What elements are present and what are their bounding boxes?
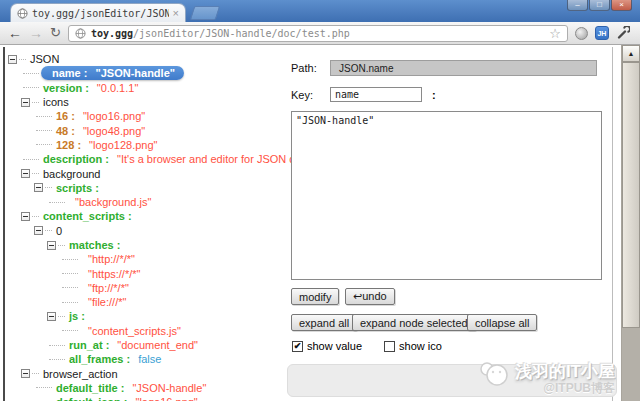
tree-node[interactable]: description :"It's a browser and editor …	[8, 152, 308, 166]
collapse-expander-icon[interactable]	[34, 183, 43, 192]
show-value-label: show value	[307, 340, 362, 352]
new-tab-button[interactable]	[190, 6, 221, 20]
tree-node[interactable]: scripts :	[8, 181, 308, 195]
back-icon[interactable]: ←	[8, 26, 22, 40]
scrollbar-thumb[interactable]	[622, 62, 640, 328]
tree-connector	[62, 259, 78, 260]
tree-connector	[62, 302, 78, 303]
tree-node[interactable]: default_icon :"logo16.png"	[8, 395, 308, 401]
tree-node[interactable]: run_at :"document_end"	[8, 338, 308, 352]
value-textarea[interactable]: "JSON-handle"	[291, 111, 602, 280]
collapse-expander-icon[interactable]	[21, 169, 30, 178]
browser-toolbar: ← → ↻ toy.ggg/jsonEditor/JSON-handle/doc…	[0, 22, 640, 45]
json-tree: JSONname :"JSON-handle"version :"0.0.1.1…	[8, 52, 308, 401]
collapse-expander-icon[interactable]	[34, 226, 43, 235]
bookmark-star-icon[interactable]: ☆	[549, 27, 561, 40]
collapse-expander-icon[interactable]	[21, 369, 30, 378]
tree-node[interactable]: name :"JSON-handle"	[8, 66, 308, 80]
wrench-menu-icon[interactable]	[616, 26, 630, 40]
tab-close-icon[interactable]: ×	[173, 8, 179, 19]
tree-connector	[32, 373, 39, 374]
frame-border-left	[3, 47, 5, 401]
scroll-up-icon[interactable]: ▲	[622, 45, 640, 62]
collapse-expander-icon[interactable]	[8, 55, 17, 64]
json-handle-extension-icon[interactable]: JH	[595, 26, 609, 40]
tree-node-key: description :	[43, 153, 109, 165]
tree-node[interactable]: version :"0.0.1.1"	[8, 81, 308, 95]
tree-node-value: "file:///*"	[88, 296, 126, 308]
tree-node[interactable]: 0	[8, 224, 308, 238]
tree-node[interactable]: background	[8, 166, 308, 180]
tree-connector	[58, 245, 65, 246]
tree-node[interactable]: "http://*/*"	[8, 252, 308, 266]
tree-node[interactable]: default_title :"JSON-handle"	[8, 381, 308, 395]
tree-node[interactable]: matches :	[8, 238, 308, 252]
key-label: Key:	[291, 89, 313, 101]
tree-node[interactable]: JSON	[8, 52, 308, 66]
extension-globe-icon[interactable]	[575, 27, 588, 40]
tree-node-value: "document_end"	[117, 339, 198, 351]
browser-tab[interactable]: toy.ggg/jsonEditor/JSON- ×	[10, 3, 186, 22]
tree-connector	[49, 202, 65, 203]
tree-connector	[62, 330, 78, 331]
tree-node[interactable]: 48 :"logo48.png"	[8, 123, 308, 137]
collapse-all-button[interactable]: collapse all	[467, 314, 537, 331]
tree-node[interactable]: 16 :"logo16.png"	[8, 109, 308, 123]
tree-node-key: scripts :	[56, 182, 99, 194]
path-value-box: JSON.name	[330, 60, 597, 76]
tree-node-value: "JSON-handle"	[132, 382, 206, 394]
tree-node-key: 16 :	[56, 110, 75, 122]
selected-node-pill[interactable]: name :"JSON-handle"	[41, 66, 184, 80]
tree-node-key: browser_action	[43, 368, 118, 380]
show-ico-label: show ico	[399, 340, 442, 352]
undo-button[interactable]: ↩undo	[345, 288, 395, 305]
tree-node[interactable]: "background.js"	[8, 195, 308, 209]
collapse-expander-icon[interactable]	[47, 241, 56, 250]
expand-all-button[interactable]: expand all	[291, 314, 357, 331]
tree-node[interactable]: icons	[8, 95, 308, 109]
url-globe-icon	[75, 28, 86, 39]
tree-node[interactable]: "https://*/*"	[8, 266, 308, 280]
tree-node-value: "https://*/*"	[88, 268, 140, 280]
tab-title: toy.ggg/jsonEditor/JSON-	[32, 8, 169, 19]
tree-node[interactable]: "file:///*"	[8, 295, 308, 309]
tree-connector	[23, 73, 39, 74]
tree-node[interactable]: content_scripts :	[8, 209, 308, 223]
tree-connector	[36, 387, 52, 388]
tree-node[interactable]: js :	[8, 309, 308, 323]
collapse-expander-icon[interactable]	[21, 212, 30, 221]
tree-node[interactable]: "ftp://*/*"	[8, 281, 308, 295]
expand-node-selected-button[interactable]: expand node selected	[352, 314, 476, 331]
key-input[interactable]	[330, 87, 422, 102]
tree-node[interactable]: browser_action	[8, 367, 308, 381]
key-colon: :	[432, 89, 436, 101]
tree-connector	[62, 273, 78, 274]
tree-node-value: "0.0.1.1"	[97, 82, 138, 94]
address-bar[interactable]: toy.ggg/jsonEditor/JSON-handle/doc/test.…	[68, 25, 568, 42]
checkbox-row: ✔ show value show ico	[292, 340, 442, 352]
tree-node-key: default_title :	[56, 382, 124, 394]
tree-node-value: "logo48.png"	[83, 125, 145, 137]
tree-node-key: version :	[43, 82, 89, 94]
show-value-checkbox[interactable]: ✔	[292, 341, 303, 352]
tree-node-key: matches :	[69, 239, 120, 251]
tree-node[interactable]: 128 :"logo128.png"	[8, 138, 308, 152]
maximize-button[interactable]: □	[589, 0, 610, 11]
frame-border-right	[612, 47, 613, 401]
tree-connector	[36, 130, 52, 131]
modify-button[interactable]: modify	[291, 288, 339, 305]
reload-icon[interactable]: ↻	[50, 26, 61, 40]
close-button[interactable]: ×	[611, 0, 632, 11]
tree-node[interactable]: all_frames :false	[8, 352, 308, 366]
tree-node[interactable]: "content_scripts.js"	[8, 324, 308, 338]
tree-node-key: background	[43, 168, 101, 180]
tree-node-key: content_scripts :	[43, 210, 132, 222]
url-host: toy.ggg	[91, 28, 133, 39]
show-ico-checkbox[interactable]	[384, 341, 395, 352]
collapse-expander-icon[interactable]	[21, 98, 30, 107]
tree-node-value: "JSON-handle"	[95, 67, 175, 79]
tree-connector	[23, 87, 39, 88]
collapse-expander-icon[interactable]	[47, 312, 56, 321]
vertical-scrollbar[interactable]: ▲	[621, 45, 640, 401]
minimize-button[interactable]: –	[567, 0, 588, 11]
